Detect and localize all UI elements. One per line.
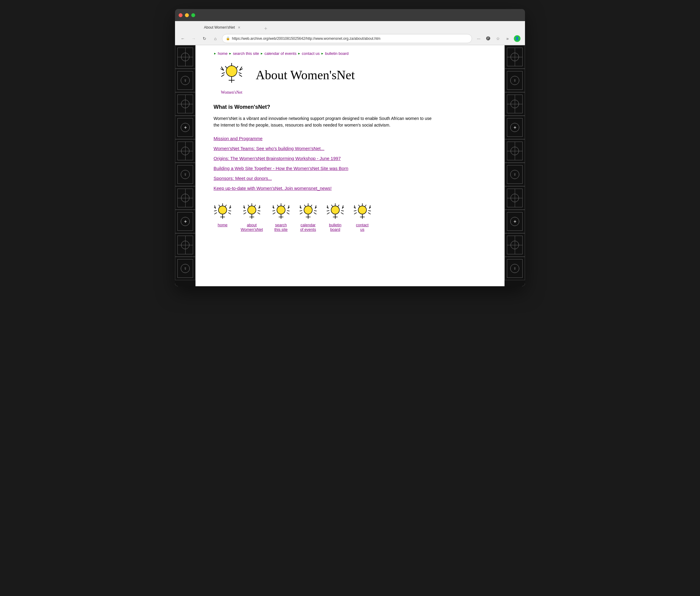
newsletter-link[interactable]: Keep up-to-date with Women'sNet. Join wo… <box>213 185 487 191</box>
toolbar-actions: ··· 🅟 ☆ » 👤 <box>474 34 521 43</box>
forward-button[interactable]: → <box>189 34 198 43</box>
bottom-nav-calendar-label: calendarof events <box>300 223 316 232</box>
extensions-button[interactable]: » <box>503 34 512 43</box>
bottom-nav-contact[interactable]: contactus <box>353 203 371 232</box>
border-tile: ♀ <box>504 163 525 186</box>
arrow-icon: ► <box>213 52 216 55</box>
logo-header: Women'sNet About Women'sNet <box>213 62 487 95</box>
svg-point-72 <box>304 206 312 214</box>
svg-line-69 <box>314 210 316 211</box>
svg-point-57 <box>277 206 285 214</box>
bottom-nav-calendar[interactable]: calendarof events <box>299 203 317 232</box>
content-links: Mission and Programme Women'sNet Teams: … <box>213 136 487 191</box>
teams-link[interactable]: Women'sNet Teams: See who's building Wom… <box>213 146 487 151</box>
left-border: ♀ ✦ ♀ <box>175 45 196 286</box>
logo-container: Women'sNet <box>213 62 250 95</box>
search-sun-icon <box>272 203 290 221</box>
bottom-nav-search-label: searchthis site <box>275 223 288 232</box>
svg-line-26 <box>228 213 231 214</box>
svg-line-85 <box>327 213 330 214</box>
border-tile <box>175 233 196 257</box>
close-button[interactable] <box>179 13 183 17</box>
svg-line-11 <box>239 75 242 77</box>
tab-title: About Women'sNet <box>204 25 235 29</box>
svg-line-53 <box>272 210 275 211</box>
url-display: https://web.archive.org/web/200108150256… <box>232 36 468 41</box>
active-tab[interactable]: About Women'sNet × <box>199 23 259 32</box>
pocket-button[interactable]: 🅟 <box>484 34 492 43</box>
bottom-nav-bulletin-label: bulletinboard <box>329 223 341 232</box>
svg-line-54 <box>287 210 289 211</box>
profile-button[interactable]: 👤 <box>513 34 521 43</box>
svg-line-24 <box>229 210 231 211</box>
svg-line-101 <box>368 213 371 214</box>
sponsors-link[interactable]: Sponsors: Meet our donors... <box>213 176 487 181</box>
new-tab-button[interactable]: + <box>262 26 270 32</box>
svg-line-23 <box>214 210 217 211</box>
border-tile: ✦ <box>504 210 525 233</box>
svg-line-55 <box>273 213 275 214</box>
svg-line-99 <box>368 210 371 211</box>
border-tile <box>504 186 525 210</box>
nav-calendar-link[interactable]: calendar of events <box>264 51 296 56</box>
bottom-navigation: home <box>213 203 487 232</box>
origins-link[interactable]: Origins: The Women'sNet Brainstorming Wo… <box>213 156 487 161</box>
border-tile: ♀ <box>504 69 525 92</box>
nav-home-link[interactable]: home <box>218 51 228 56</box>
page-title: About Women'sNet <box>256 62 355 82</box>
arrow-icon: ► <box>297 52 301 55</box>
building-link[interactable]: Building a Web Site Together - How the W… <box>213 166 487 171</box>
bottom-nav-about-label: aboutWomen'sNet <box>241 223 263 232</box>
bottom-nav-contact-label: contactus <box>356 223 369 232</box>
overflow-menu-button[interactable]: ··· <box>474 34 483 43</box>
border-tile: ♀ <box>175 69 196 92</box>
reload-button[interactable]: ↻ <box>200 34 209 43</box>
home-sun-icon <box>213 203 232 221</box>
arrow-icon: ► <box>260 52 263 55</box>
bookmark-button[interactable]: ☆ <box>494 34 502 43</box>
home-button[interactable]: ⌂ <box>211 34 219 43</box>
contact-sun-icon <box>353 203 371 221</box>
nav-bulletin-link[interactable]: bulletin board <box>325 51 348 56</box>
border-tile: ✦ <box>175 210 196 233</box>
bulletin-sun-icon <box>326 203 344 221</box>
browser-window: About Women'sNet × + ← → ↻ ⌂ 🔒 https://w… <box>175 9 525 286</box>
bottom-nav-about[interactable]: aboutWomen'sNet <box>241 203 263 232</box>
address-bar[interactable]: 🔒 https://web.archive.org/web/2001081502… <box>222 34 472 43</box>
bottom-nav-bulletin[interactable]: bulletinboard <box>326 203 344 232</box>
svg-point-42 <box>248 206 256 214</box>
bottom-nav-home[interactable]: home <box>213 203 232 227</box>
svg-line-8 <box>222 73 225 74</box>
svg-line-100 <box>354 213 357 214</box>
minimize-button[interactable] <box>185 13 189 17</box>
border-tile: ♀ <box>175 163 196 186</box>
about-sun-icon <box>243 203 261 221</box>
svg-line-83 <box>327 210 329 211</box>
border-tile: ✦ <box>504 116 525 139</box>
arrow-icon: ► <box>321 52 324 55</box>
logo-text: Women'sNet <box>221 90 242 95</box>
svg-line-68 <box>300 210 302 211</box>
border-tile <box>175 139 196 163</box>
breadcrumb: ► home ► search this site ► calendar of … <box>213 51 487 56</box>
svg-line-56 <box>287 213 289 214</box>
svg-line-9 <box>238 73 241 74</box>
border-tile <box>504 233 525 257</box>
bottom-nav-search[interactable]: searchthis site <box>272 203 290 232</box>
svg-line-40 <box>243 213 246 214</box>
svg-line-25 <box>214 213 217 214</box>
border-tile: ✦ <box>175 116 196 139</box>
nav-contact-link[interactable]: contact us <box>302 51 319 56</box>
svg-line-41 <box>258 213 260 214</box>
back-button[interactable]: ← <box>179 34 187 43</box>
svg-point-87 <box>331 206 339 214</box>
maximize-button[interactable] <box>191 13 195 17</box>
svg-point-27 <box>218 206 227 214</box>
main-content-area: ► home ► search this site ► calendar of … <box>196 45 504 286</box>
titlebar <box>175 9 525 21</box>
mission-link[interactable]: Mission and Programme <box>213 136 487 141</box>
svg-line-10 <box>222 75 225 77</box>
bottom-nav-home-label: home <box>218 223 228 227</box>
tab-close-button[interactable]: × <box>238 25 240 30</box>
nav-search-link[interactable]: search this site <box>233 51 259 56</box>
